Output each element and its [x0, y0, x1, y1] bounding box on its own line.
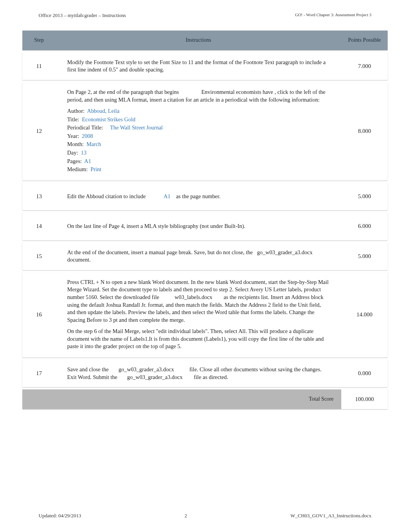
points-value: 14.000: [341, 272, 388, 357]
value: 13: [81, 150, 86, 156]
value: The Wall Street Journal: [110, 124, 163, 131]
text: document.: [67, 257, 91, 263]
instruction-cell: Modify the Footnote Text style to set th…: [56, 53, 341, 80]
value: March: [86, 141, 101, 147]
table-row: 13 Edit the Abboud citation to include A…: [22, 183, 388, 211]
table-row: 11 Modify the Footnote Text style to set…: [22, 53, 388, 80]
table-row: 15 At the end of the document, insert a …: [22, 243, 388, 270]
value: A1: [164, 193, 171, 199]
text: At the end of the document, insert a man…: [67, 249, 253, 255]
instruction-cell: On Page 2, at the end of the paragraph t…: [56, 82, 341, 180]
page-footer: Updated: 04/29/2013 2 W_CH03_GOV1_A3_Ins…: [0, 513, 410, 519]
label: Month:: [67, 141, 84, 147]
value: Economist Strikes Gold: [82, 116, 136, 122]
text: as the page number.: [176, 193, 220, 199]
value: 2008: [82, 133, 93, 139]
step-number: 16: [22, 272, 56, 357]
label: Periodical Title:: [67, 124, 103, 131]
step-number: 14: [22, 212, 56, 240]
points-value: 7.000: [341, 53, 388, 80]
table-header-row: Step Instructions Points Possible: [22, 31, 388, 50]
text: On Page 2, at the end of the paragraph t…: [67, 89, 179, 95]
points-value: 8.000: [341, 82, 388, 180]
total-row: Total Score 100.000: [22, 389, 388, 409]
points-value: 5.000: [341, 243, 388, 270]
col-header-instructions: Instructions: [56, 31, 341, 50]
points-value: 6.000: [341, 212, 388, 240]
instruction-cell: Press CTRL + N to open a new blank Word …: [56, 272, 341, 357]
col-header-points: Points Possible: [341, 31, 388, 50]
filename: w03_labels.docx: [175, 294, 212, 300]
step-number: 12: [22, 82, 56, 180]
label: Pages:: [67, 158, 82, 164]
instruction-text: On the last line of Page 4, insert a MLA…: [67, 223, 246, 229]
filename: go_w03_grader_a3.docx: [257, 249, 313, 255]
value: Print: [90, 166, 101, 172]
instruction-cell: Save and close the go_w03_grader_a3.docx…: [56, 360, 341, 387]
page-header: Office 2013 – myitlab:grader – Instructi…: [0, 0, 410, 22]
text: On the step 6 of the Mail Merge, select …: [67, 328, 324, 349]
header-underline: [19, 22, 223, 22]
instruction-cell: On the last line of Page 4, insert a MLA…: [56, 212, 341, 240]
instruction-cell: At the end of the document, insert a man…: [56, 243, 341, 270]
step-number: 13: [22, 183, 56, 211]
header-right: GO! - Word Chapter 3: Assessment Project…: [295, 12, 371, 19]
value: A1: [84, 158, 91, 164]
text: Environmental economists have: [202, 89, 273, 95]
header-left: Office 2013 – myitlab:grader – Instructi…: [39, 12, 126, 19]
footer-filename: W_CH03_GOV1_A3_Instructions.docx: [290, 513, 371, 519]
value: Abboud, Leila: [87, 108, 120, 114]
total-spacer: [22, 389, 56, 409]
step-number: 17: [22, 360, 56, 387]
footer-page: 2: [185, 513, 187, 519]
label: Year:: [67, 133, 79, 139]
label: Title:: [67, 116, 79, 122]
table-row: 17 Save and close the go_w03_grader_a3.d…: [22, 360, 388, 387]
total-label: Total Score: [56, 389, 341, 409]
points-value: 0.000: [341, 360, 388, 387]
col-header-step: Step: [22, 31, 56, 50]
text: Edit the Abboud citation to include: [67, 193, 146, 199]
instruction-cell: Edit the Abboud citation to include A1 a…: [56, 183, 341, 211]
total-value: 100.000: [341, 389, 388, 409]
filename: go_w03_grader_a3.docx: [119, 366, 174, 372]
instruction-text: Modify the Footnote Text style to set th…: [67, 59, 325, 73]
table-row: 14 On the last line of Page 4, insert a …: [22, 212, 388, 240]
text: file as directed.: [194, 374, 228, 380]
instructions-table: Step Instructions Points Possible 11 Mod…: [22, 31, 388, 409]
table-row: 16 Press CTRL + N to open a new blank Wo…: [22, 272, 388, 357]
text: Save and close the: [67, 366, 109, 372]
table-row: 12 On Page 2, at the end of the paragrap…: [22, 82, 388, 180]
filename: go_w03_grader_a3.docx: [127, 374, 183, 380]
label: Day:: [67, 150, 78, 156]
label: Author:: [67, 108, 85, 114]
label: Medium:: [67, 166, 88, 172]
step-number: 11: [22, 53, 56, 80]
step-number: 15: [22, 243, 56, 270]
points-value: 5.000: [341, 183, 388, 211]
footer-updated: Updated: 04/29/2013: [39, 513, 81, 519]
